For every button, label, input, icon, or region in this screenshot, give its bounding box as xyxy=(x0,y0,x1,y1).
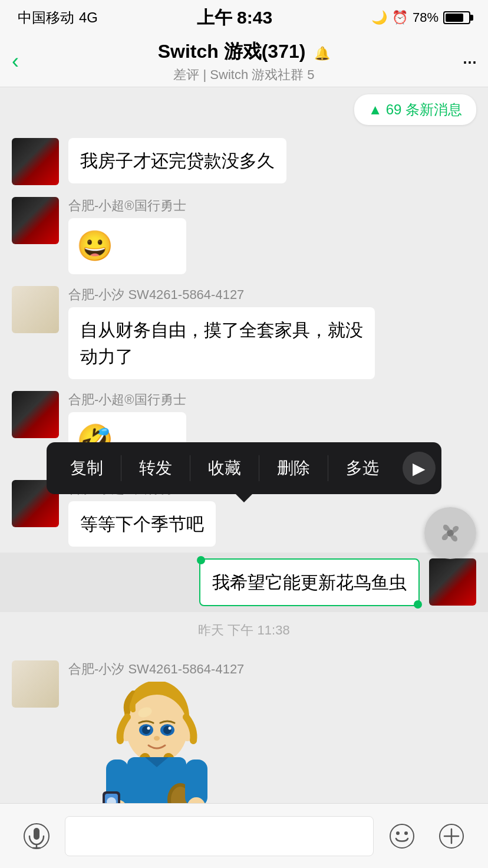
ctx-more-button[interactable]: ▶ xyxy=(403,452,436,485)
voice-button[interactable] xyxy=(18,817,55,855)
status-right: 🌙 ⏰ 78% xyxy=(371,10,470,25)
emoji-button[interactable] xyxy=(383,817,421,855)
avatar-image xyxy=(12,660,59,708)
table-row: 合肥-小超®国行勇士 😀 xyxy=(0,191,488,280)
message-content: 我房子才还完贷款没多久 xyxy=(68,138,286,183)
svg-point-13 xyxy=(154,736,160,741)
message-bubble[interactable]: 😀 xyxy=(68,218,186,274)
context-menu: 复制 转发 收藏 删除 多选 ▶ xyxy=(0,442,488,494)
table-row: 我房子才还完贷款没多久 xyxy=(0,132,488,191)
svg-rect-33 xyxy=(34,828,39,840)
avatar-image xyxy=(12,197,59,244)
message-bubble[interactable]: 自从财务自由，摸了全套家具，就没动力了 xyxy=(68,307,375,379)
battery-icon xyxy=(443,11,470,24)
ctx-multiselect-button[interactable]: 多选 xyxy=(328,442,397,494)
svg-point-38 xyxy=(404,831,408,835)
svg-point-36 xyxy=(390,824,414,848)
ctx-copy-button[interactable]: 复制 xyxy=(52,442,121,494)
fan-icon xyxy=(436,518,465,548)
carrier-label: 中国移动 xyxy=(18,8,74,27)
svg-point-37 xyxy=(396,831,400,835)
avatar-image xyxy=(429,558,476,606)
ctx-delete-button[interactable]: 删除 xyxy=(259,442,328,494)
message-bubble[interactable]: 我房子才还完贷款没多久 xyxy=(68,138,286,183)
avatar xyxy=(12,138,59,185)
sender-name: 合肥-小汐 SW4261-5864-4127 xyxy=(68,660,245,678)
back-button[interactable]: ‹ xyxy=(12,49,47,74)
battery-percent: 78% xyxy=(413,10,438,25)
more-button[interactable]: ··· xyxy=(441,49,476,74)
nav-title: Switch 游戏(371) 🔔 xyxy=(47,39,441,65)
selected-message-bubble[interactable]: 我希望它能更新花鸟鱼虫 xyxy=(199,558,420,606)
chat-area: ▲ 69 条新消息 我房子才还完贷款没多久 合肥-小超®国行勇士 😀 合肥-小汐… xyxy=(0,87,488,868)
avatar-image xyxy=(12,286,59,333)
new-messages-badge[interactable]: ▲ 69 条新消息 xyxy=(354,94,476,125)
bottom-bar xyxy=(0,803,488,868)
context-menu-inner: 复制 转发 收藏 删除 多选 ▶ xyxy=(47,442,441,494)
avatar-image xyxy=(12,391,59,438)
bell-icon: 🔔 xyxy=(314,46,330,61)
ctx-forward-button[interactable]: 转发 xyxy=(121,442,190,494)
message-content: 我希望它能更新花鸟鱼虫 xyxy=(199,558,420,606)
ctx-collect-button[interactable]: 收藏 xyxy=(190,442,259,494)
avatar xyxy=(12,286,59,333)
avatar-image xyxy=(12,138,59,185)
avatar xyxy=(12,197,59,244)
status-bar: 中国移动 4G 上午 8:43 🌙 ⏰ 78% xyxy=(0,0,488,35)
sender-name: 合肥-小超®国行勇士 xyxy=(68,391,186,409)
message-bubble[interactable]: 等等下个季节吧 xyxy=(68,501,216,547)
sender-name: 合肥-小超®国行勇士 xyxy=(68,197,186,215)
badge-arrow-icon: ▲ xyxy=(368,101,383,118)
alarm-icon: ⏰ xyxy=(392,10,408,25)
message-content: 合肥-小超®国行勇士 😀 xyxy=(68,197,186,274)
table-row: 我希望它能更新花鸟鱼虫 xyxy=(0,553,488,612)
avatar xyxy=(12,391,59,438)
message-content: 合肥-小汐 SW4261-5864-4127 自从财务自由，摸了全套家具，就没动… xyxy=(68,286,375,379)
nav-subtitle: 差评 | Switch 游戏社群 5 xyxy=(47,66,441,84)
table-row: 合肥-小汐 SW4261-5864-4127 自从财务自由，摸了全套家具，就没动… xyxy=(0,280,488,385)
sender-name: 合肥-小汐 SW4261-5864-4127 xyxy=(68,286,375,304)
timestamp: 昨天 下午 11:38 xyxy=(0,612,488,649)
svg-point-11 xyxy=(147,727,150,730)
battery-fill xyxy=(446,14,463,22)
status-time: 上午 8:43 xyxy=(197,6,272,30)
message-input[interactable] xyxy=(65,816,374,856)
network-label: 4G xyxy=(79,9,98,26)
svg-point-12 xyxy=(169,727,172,730)
avatar xyxy=(12,660,59,708)
group-name: Switch 游戏(371) xyxy=(158,41,306,62)
bottom-avatar xyxy=(417,803,488,868)
status-left: 中国移动 4G xyxy=(18,8,98,27)
nav-center: Switch 游戏(371) 🔔 差评 | Switch 游戏社群 5 xyxy=(47,39,441,84)
badge-text: 69 条新消息 xyxy=(386,100,462,119)
avatar xyxy=(429,558,476,606)
nav-bar: ‹ Switch 游戏(371) 🔔 差评 | Switch 游戏社群 5 ··… xyxy=(0,35,488,87)
floating-action-button[interactable] xyxy=(424,507,476,559)
moon-icon: 🌙 xyxy=(371,10,387,25)
